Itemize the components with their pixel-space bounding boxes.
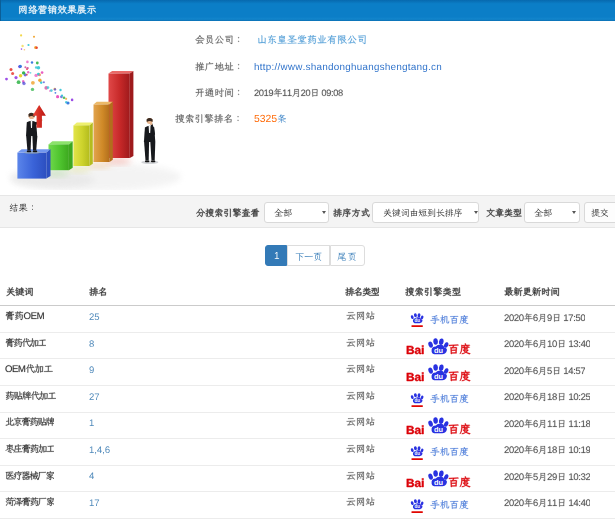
svg-text:du: du xyxy=(415,451,421,456)
svg-text:du: du xyxy=(415,504,421,509)
svg-text:du: du xyxy=(415,318,421,323)
svg-text:du: du xyxy=(434,372,444,381)
svg-text:du: du xyxy=(434,345,444,354)
svg-text:du: du xyxy=(434,425,444,434)
svg-text:du: du xyxy=(415,398,421,403)
svg-text:du: du xyxy=(434,478,444,487)
